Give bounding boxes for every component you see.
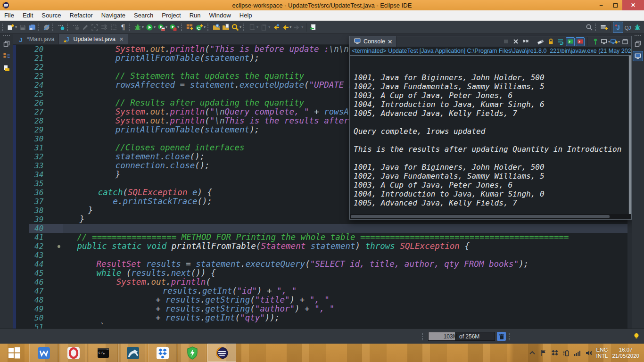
open-console-dropdown-icon[interactable]: ▾ [618, 40, 620, 44]
java-search-dropdown-icon[interactable]: ▾ [239, 25, 241, 29]
debug-button[interactable]: ▾ [133, 22, 145, 33]
maximize-button[interactable] [608, 0, 622, 10]
focus-button[interactable] [90, 22, 99, 33]
tip-lightbulb-icon[interactable] [633, 332, 640, 342]
menu-refactor[interactable]: Refactor [66, 10, 97, 20]
speaker-icon[interactable] [585, 349, 592, 356]
prev-annotation-button[interactable]: ▾ [259, 22, 271, 33]
console-hscrollbar-thumb[interactable] [351, 215, 610, 218]
strip-drag-handle[interactable] [635, 35, 641, 37]
new-java-class-button[interactable]: C▾ [195, 22, 206, 33]
word-wrap-button[interactable] [556, 37, 565, 46]
menu-project[interactable]: Project [157, 10, 185, 20]
scroll-lock-button[interactable] [546, 37, 555, 46]
taskbar-app-dropbox[interactable] [148, 344, 177, 362]
mark-occurrences-2-button[interactable] [71, 22, 81, 33]
skip-breakpoints-button[interactable] [42, 22, 51, 33]
remove-launch-button[interactable] [511, 37, 520, 46]
java-search-button[interactable]: ▾ [231, 22, 242, 33]
remove-all-button[interactable] [521, 37, 530, 46]
forward-button[interactable]: ▾ [292, 22, 304, 33]
chevron-up-icon[interactable] [528, 349, 536, 356]
open-type-button[interactable] [212, 22, 221, 33]
close-button[interactable]: ✕ [622, 0, 644, 10]
run-button[interactable]: ▾ [145, 22, 157, 33]
menu-file[interactable]: File [0, 10, 18, 20]
grid-button[interactable] [109, 22, 118, 33]
console-tab-close-icon[interactable]: ✕ [388, 38, 392, 45]
mark-occurrences-button[interactable] [57, 22, 66, 33]
open-perspective-button[interactable] [599, 22, 609, 33]
pilcrow-button[interactable]: ¶ [118, 22, 128, 33]
run-dropdown-icon[interactable]: ▾ [154, 25, 156, 29]
forward-dropdown-icon[interactable]: ▾ [301, 25, 303, 29]
open-file-view-button[interactable] [1, 63, 12, 74]
clear-console-button[interactable] [536, 37, 545, 46]
display-console-button[interactable]: ▾ [601, 37, 610, 46]
console-output[interactable]: 1001, Java for Biginners, John Holder, 5… [350, 56, 631, 214]
last-edit-location-button[interactable] [271, 22, 281, 33]
open-resource-button[interactable] [221, 22, 231, 33]
signal-bars-icon[interactable] [574, 349, 581, 356]
coverage-dropdown-icon[interactable]: ▾ [165, 25, 167, 29]
next-annotation-button[interactable]: ▾ [248, 22, 259, 33]
show-stderr-button[interactable] [576, 37, 585, 46]
menu-source[interactable]: Source [37, 10, 65, 20]
pencil-button[interactable] [81, 22, 90, 33]
package-explorer-view-button[interactable] [1, 51, 12, 61]
taskbar-app-security-shield[interactable] [178, 344, 206, 362]
start-button[interactable] [0, 344, 29, 362]
battery-icon[interactable] [562, 349, 570, 356]
taskbar-app-wps-office[interactable] [29, 344, 58, 362]
max-view-button[interactable] [620, 37, 629, 46]
taskbar-app-eclipse[interactable] [207, 344, 236, 362]
menu-run[interactable]: Run [185, 10, 205, 20]
console-vscrollbar-thumb[interactable] [629, 56, 631, 214]
save-button[interactable] [18, 22, 27, 33]
menu-navigate[interactable]: Navigate [97, 10, 130, 20]
restore-views-view-button[interactable] [633, 39, 643, 49]
new-java-project-button[interactable] [185, 22, 195, 33]
tab-mainjava[interactable]: J*Main.java [13, 34, 59, 44]
taskbar-app-opera[interactable] [59, 344, 88, 362]
console-vscrollbar[interactable] [628, 56, 631, 214]
run-garbage-collector-button[interactable] [497, 332, 506, 341]
strip-drag-handle[interactable] [3, 35, 10, 37]
menu-help[interactable]: Help [235, 10, 256, 20]
save-all-button[interactable] [27, 22, 37, 33]
taskbar-app-mysql-workbench[interactable] [118, 344, 147, 362]
restore-views-view-button[interactable] [1, 39, 12, 49]
new-wizard-button[interactable]: ▾ [6, 22, 18, 33]
external-tools-dropdown-icon[interactable]: ▾ [177, 25, 179, 29]
java-browsing-button[interactable]: QJ [623, 22, 633, 33]
console-view-button[interactable] [633, 51, 643, 61]
tab-console[interactable]: Console ✕ [350, 36, 396, 47]
debug-perspective-button[interactable] [633, 22, 642, 33]
dropbox-tray-icon[interactable] [551, 349, 558, 356]
new-java-class-dropdown-icon[interactable]: ▾ [204, 25, 206, 29]
clock[interactable]: 16:07 21/05/2020 [612, 347, 639, 359]
debug-dropdown-icon[interactable]: ▾ [142, 25, 144, 29]
link-with-editor-button[interactable] [308, 22, 318, 33]
menu-window[interactable]: Window [205, 10, 235, 20]
console-hscrollbar[interactable] [350, 214, 631, 219]
show-stdout-button[interactable] [566, 37, 575, 46]
tab-updatetestjava[interactable]: JUpdateTest.java✕ [59, 34, 128, 44]
language-indicator[interactable]: ENG INTL [596, 347, 608, 359]
menu-search[interactable]: Search [130, 10, 157, 20]
menu-edit[interactable]: Edit [18, 10, 37, 20]
terminate-button[interactable] [501, 37, 510, 46]
coverage-button[interactable]: ▾ [157, 22, 168, 33]
tab-close-icon[interactable]: ✕ [119, 36, 124, 42]
back-dropdown-icon[interactable]: ▾ [289, 25, 291, 29]
back-button[interactable]: ▾ [281, 22, 292, 33]
arrows-button[interactable] [99, 22, 109, 33]
search-minimal-button[interactable] [585, 22, 594, 33]
new-wizard-dropdown-icon[interactable]: ▾ [15, 25, 17, 29]
next-annotation-dropdown-icon[interactable]: ▾ [256, 25, 258, 29]
flag-icon[interactable] [540, 349, 547, 356]
external-tools-button[interactable]: ▾ [168, 22, 180, 33]
java-perspective-button[interactable]: J [613, 22, 623, 33]
prev-annotation-dropdown-icon[interactable]: ▾ [268, 25, 270, 29]
taskbar-app-command-prompt[interactable]: C:\ [89, 344, 117, 362]
